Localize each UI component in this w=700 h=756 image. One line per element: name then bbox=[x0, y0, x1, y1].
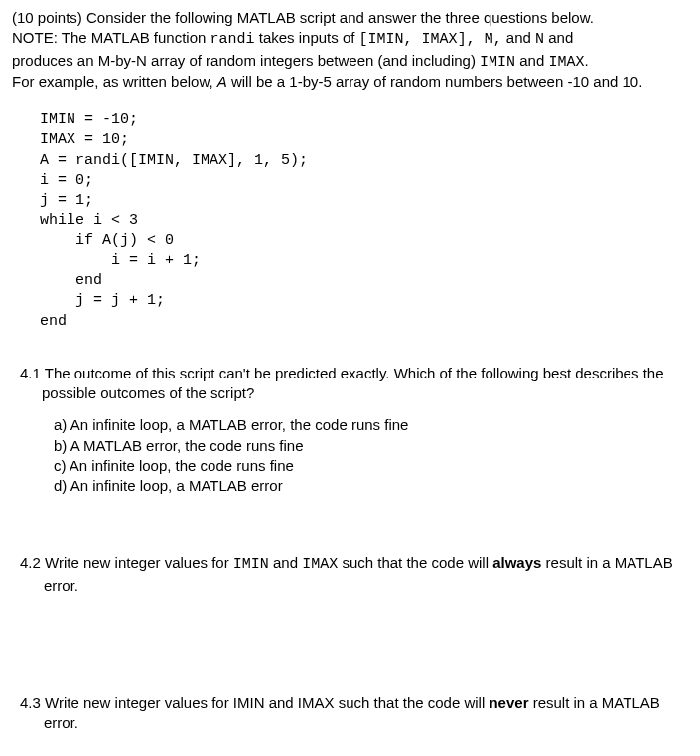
question-4-3: 4.3 Write new integer values for IMIN an… bbox=[20, 693, 688, 734]
option-c-label: c) bbox=[54, 457, 70, 474]
question-4-2: 4.2 Write new integer values for IMIN an… bbox=[20, 553, 688, 596]
intro-line3-b: and bbox=[515, 52, 548, 69]
q42-b: and bbox=[269, 554, 302, 571]
q41-options: a) An infinite loop, a MATLAB error, the… bbox=[54, 415, 688, 496]
q42-c: such that the code will bbox=[338, 554, 492, 571]
intro-code-args: [IMIN, IMAX], M, bbox=[359, 31, 502, 48]
option-c-text: An infinite loop, the code runs fine bbox=[70, 457, 294, 474]
option-b-label: b) bbox=[54, 437, 70, 454]
intro-line3-a: produces an M-by-N array of random integ… bbox=[12, 52, 480, 69]
option-a: a) An infinite loop, a MATLAB error, the… bbox=[54, 415, 688, 435]
option-a-label: a) bbox=[54, 416, 70, 433]
intro-line1: (10 points) Consider the following MATLA… bbox=[12, 9, 594, 26]
option-c: c) An infinite loop, the code runs fine bbox=[54, 456, 688, 476]
intro-line4-b: will be a 1-by-5 array of random numbers… bbox=[227, 74, 643, 90]
q42-number: 4.2 bbox=[20, 554, 45, 571]
q41-stem: 4.1 The outcome of this script can't be … bbox=[20, 364, 688, 404]
intro-code-imax: IMAX bbox=[548, 54, 584, 71]
intro-code-randi: randi bbox=[210, 31, 255, 48]
intro-line2-a: NOTE: The MATLAB function bbox=[12, 29, 210, 46]
q42-bold: always bbox=[492, 554, 541, 571]
option-b: b) A MATLAB error, the code runs fine bbox=[54, 436, 688, 456]
intro-line2-d: and bbox=[544, 29, 573, 46]
option-d-text: An infinite loop, a MATLAB error bbox=[70, 477, 283, 494]
q42-code-imin: IMIN bbox=[233, 556, 269, 573]
q41-number: 4.1 bbox=[20, 365, 45, 381]
option-d: d) An infinite loop, a MATLAB error bbox=[54, 476, 688, 496]
question-4-1: 4.1 The outcome of this script can't be … bbox=[12, 364, 688, 497]
q42-a: Write new integer values for bbox=[45, 554, 233, 571]
q43-bold: never bbox=[489, 694, 528, 711]
problem-intro: (10 points) Consider the following MATLA… bbox=[12, 8, 688, 92]
intro-line3-c: . bbox=[584, 52, 588, 69]
intro-line2-c: and bbox=[502, 29, 535, 46]
option-a-text: An infinite loop, a MATLAB error, the co… bbox=[70, 416, 409, 433]
intro-line2-b: takes inputs of bbox=[255, 29, 359, 46]
intro-code-imin: IMIN bbox=[480, 54, 515, 71]
option-b-text: A MATLAB error, the code runs fine bbox=[70, 437, 304, 454]
q42-code-imax: IMAX bbox=[302, 556, 338, 573]
q41-text: The outcome of this script can't be pred… bbox=[42, 365, 663, 401]
q43-number: 4.3 bbox=[20, 694, 45, 711]
option-d-label: d) bbox=[54, 477, 70, 494]
intro-code-n: N bbox=[535, 31, 544, 48]
q43-a: Write new integer values for IMIN and IM… bbox=[45, 694, 489, 711]
intro-line4-a: For example, as written below, bbox=[12, 74, 217, 90]
matlab-code-block: IMIN = -10; IMAX = 10; A = randi([IMIN, … bbox=[40, 110, 688, 332]
intro-italic-a: A bbox=[217, 74, 227, 90]
